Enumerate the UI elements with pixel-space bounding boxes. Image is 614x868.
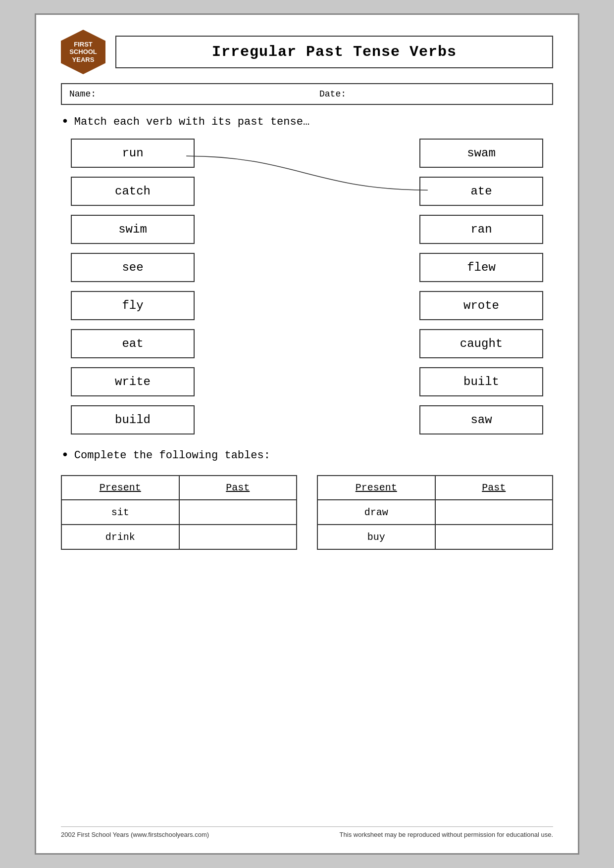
- table1-header-past: Past: [179, 476, 297, 500]
- table-1: Present Past sit drink: [61, 475, 297, 550]
- page: FIRST SCHOOL YEARS Irregular Past Tense …: [35, 13, 579, 855]
- logo-text: FIRST SCHOOL YEARS: [69, 41, 97, 64]
- table-row: draw: [317, 500, 553, 525]
- table2-buy-present: buy: [317, 525, 435, 549]
- word-box-caught: caught: [419, 329, 543, 358]
- table2-header-present: Present: [317, 476, 435, 500]
- table1-drink-present: drink: [61, 525, 179, 549]
- tables-section: Present Past sit drink: [61, 475, 553, 550]
- matching-section: run catch swim see fly eat write build s…: [61, 139, 553, 434]
- table-row: sit: [61, 500, 297, 525]
- instruction-2: • Complete the following tables:: [61, 449, 553, 462]
- right-column: swam ate ran flew wrote caught built saw: [419, 139, 543, 434]
- table1-sit-past[interactable]: [179, 500, 297, 525]
- tables-row: Present Past sit drink: [61, 475, 553, 550]
- word-box-ran: ran: [419, 215, 543, 244]
- left-column: run catch swim see fly eat write build: [71, 139, 195, 434]
- word-box-run: run: [71, 139, 195, 168]
- bullet-1: •: [61, 115, 69, 129]
- table2-draw-present: draw: [317, 500, 435, 525]
- word-box-swam: swam: [419, 139, 543, 168]
- name-label: Name:: [69, 89, 295, 99]
- word-box-swim: swim: [71, 215, 195, 244]
- instruction-1: • Match each verb with its past tense…: [61, 116, 553, 129]
- word-box-build: build: [71, 405, 195, 434]
- table-2: Present Past draw buy: [317, 475, 553, 550]
- table1-sit-present: sit: [61, 500, 179, 525]
- footer-right: This worksheet may be reproduced without…: [340, 831, 553, 838]
- table-row: drink: [61, 525, 297, 549]
- word-box-ate: ate: [419, 177, 543, 206]
- table-row: buy: [317, 525, 553, 549]
- word-box-fly: fly: [71, 291, 195, 320]
- page-title: Irregular Past Tense Verbs: [115, 36, 553, 68]
- bullet-2: •: [61, 448, 69, 462]
- word-box-built: built: [419, 367, 543, 396]
- table2-draw-past[interactable]: [435, 500, 553, 525]
- word-box-eat: eat: [71, 329, 195, 358]
- word-box-flew: flew: [419, 253, 543, 282]
- logo: FIRST SCHOOL YEARS: [61, 30, 105, 74]
- word-box-wrote: wrote: [419, 291, 543, 320]
- table2-buy-past[interactable]: [435, 525, 553, 549]
- word-box-catch: catch: [71, 177, 195, 206]
- footer: 2002 First School Years (www.firstschool…: [61, 826, 553, 838]
- table1-header-present: Present: [61, 476, 179, 500]
- word-box-see: see: [71, 253, 195, 282]
- header: FIRST SCHOOL YEARS Irregular Past Tense …: [61, 30, 553, 74]
- footer-left: 2002 First School Years (www.firstschool…: [61, 831, 209, 838]
- word-box-write: write: [71, 367, 195, 396]
- name-date-row: Name: Date:: [61, 83, 553, 105]
- table2-header-past: Past: [435, 476, 553, 500]
- word-box-saw: saw: [419, 405, 543, 434]
- table1-drink-past[interactable]: [179, 525, 297, 549]
- date-label: Date:: [295, 89, 545, 99]
